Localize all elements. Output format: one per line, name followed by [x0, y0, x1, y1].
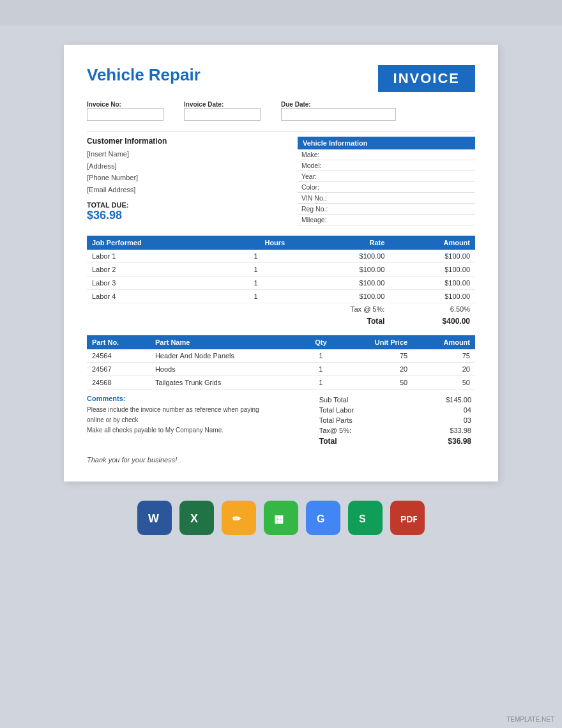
jobs-tax-value: 6.50%: [390, 303, 475, 315]
job-row: Labor 2 1 $100.00 $100.00: [87, 263, 475, 277]
jobs-col-rate: Rate: [290, 236, 390, 250]
customer-name: [Insert Name]: [87, 148, 282, 160]
part-name: Tailgates Trunk Grids: [150, 376, 302, 390]
doc-title: Vehicle Repair: [87, 65, 201, 85]
svg-text:S: S: [359, 513, 366, 524]
vehicle-field-value[interactable]: [336, 149, 475, 160]
part-name: Hoods: [150, 363, 302, 376]
jobs-col-amount: Amount: [390, 236, 475, 250]
part-name: Header And Node Panels: [150, 349, 302, 363]
summary-col: Sub Total $145.00 Total Labor 04 Total P…: [315, 395, 475, 447]
vehicle-row: VIN No.:: [298, 193, 475, 204]
invoice-date-group: Invoice Date:: [184, 101, 261, 121]
vehicle-field-label: Color:: [298, 182, 336, 193]
job-hours: 1: [222, 290, 291, 303]
total-labor-label: Total Labor: [315, 405, 406, 415]
part-unit-price: 75: [340, 349, 413, 363]
summary-tax-label: Tax@ 5%:: [315, 425, 406, 436]
vehicle-info-col: Vehicle Information Make:Model:Year:Colo…: [298, 137, 475, 225]
comments-text: Please include the invoice number as ref…: [87, 405, 300, 436]
vehicle-row: Color:: [298, 182, 475, 193]
vehicle-field-label: Model:: [298, 160, 336, 171]
total-due-label: TOTAL DUE:: [87, 201, 282, 209]
svg-text:W: W: [148, 512, 159, 525]
vehicle-field-value[interactable]: [336, 182, 475, 193]
sub-total-value: $145.00: [405, 395, 475, 405]
job-rate: $100.00: [290, 263, 390, 277]
vehicle-field-label: Reg No.:: [298, 204, 336, 215]
customer-heading: Customer Information: [87, 137, 282, 146]
vehicle-field-label: Year:: [298, 171, 336, 182]
jobs-tax-label: Tax @ 5%:: [290, 303, 390, 315]
job-hours: 1: [222, 250, 291, 263]
job-rate: $100.00: [290, 250, 390, 263]
comment-line: Make all checks payable to My Company Na…: [87, 425, 300, 436]
job-amount: $100.00: [390, 250, 475, 263]
vehicle-heading: Vehicle Information: [298, 137, 475, 149]
jobs-total-label: Total: [290, 315, 390, 328]
vehicle-row: Model:: [298, 160, 475, 171]
parts-col-partname: Part Name: [150, 335, 302, 349]
vehicle-field-value[interactable]: [336, 215, 475, 225]
invoice-badge: INVOICE: [378, 65, 475, 92]
part-row: 24568 Tailgates Trunk Grids 1 50 50: [87, 376, 475, 390]
vehicle-field-value[interactable]: [336, 171, 475, 182]
excel-icon[interactable]: X: [179, 501, 214, 535]
job-name: Labor 3: [87, 277, 222, 290]
vehicle-row: Make:: [298, 149, 475, 160]
meta-row: Invoice No: Invoice Date: Due Date:: [87, 101, 475, 121]
vehicle-field-value[interactable]: [336, 160, 475, 171]
doc-header: Vehicle Repair INVOICE: [87, 65, 475, 92]
part-no: 24567: [87, 363, 150, 376]
invoice-date-field[interactable]: [184, 108, 261, 121]
due-date-field[interactable]: [281, 108, 396, 121]
comment-line: online or by check: [87, 415, 300, 425]
page-wrapper: Vehicle Repair INVOICE Invoice No: Invoi…: [0, 26, 562, 728]
due-date-group: Due Date:: [281, 101, 396, 121]
vehicle-field-value[interactable]: [336, 193, 475, 204]
customer-email: [Email Address]: [87, 184, 282, 196]
vehicle-row: Reg No.:: [298, 204, 475, 215]
job-row: Labor 1 1 $100.00 $100.00: [87, 250, 475, 263]
vehicle-row: Mileage:: [298, 215, 475, 225]
comment-line: Please include the invoice number as ref…: [87, 405, 300, 415]
summary-table: Sub Total $145.00 Total Labor 04 Total P…: [315, 395, 475, 447]
invoice-document: Vehicle Repair INVOICE Invoice No: Invoi…: [64, 45, 498, 482]
part-unit-price: 20: [340, 363, 413, 376]
vehicle-field-label: VIN No.:: [298, 193, 336, 204]
thank-you: Thank you for your business!: [87, 456, 475, 464]
summary-total-value: $36.98: [405, 436, 475, 447]
customer-info-col: Customer Information [Insert Name] [Addr…: [87, 137, 282, 225]
customer-address: [Address]: [87, 160, 282, 172]
vehicle-row: Year:: [298, 171, 475, 182]
numbers-icon[interactable]: ▦: [264, 501, 298, 535]
svg-text:✏: ✏: [232, 513, 242, 524]
vehicle-field-value[interactable]: [336, 204, 475, 215]
job-name: Labor 2: [87, 263, 222, 277]
svg-text:G: G: [317, 513, 324, 524]
word-icon[interactable]: W: [137, 501, 172, 535]
job-amount: $100.00: [390, 290, 475, 303]
app-icons-bar: W X ✏ ▦ G: [137, 501, 425, 535]
gdocs-icon[interactable]: G: [306, 501, 340, 535]
invoice-date-label: Invoice Date:: [184, 101, 261, 108]
info-section: Customer Information [Insert Name] [Addr…: [87, 137, 475, 225]
gsheets-icon[interactable]: S: [348, 501, 383, 535]
job-row: Labor 3 1 $100.00 $100.00: [87, 277, 475, 290]
job-name: Labor 4: [87, 290, 222, 303]
invoice-no-field[interactable]: [87, 108, 163, 121]
customer-phone: [Phone Number]: [87, 172, 282, 184]
part-amount: 75: [413, 349, 475, 363]
job-name: Labor 1: [87, 250, 222, 263]
part-qty: 1: [302, 376, 339, 390]
job-rate: $100.00: [290, 290, 390, 303]
parts-col-unit: Unit Price: [340, 335, 413, 349]
job-hours: 1: [222, 263, 291, 277]
pages-icon[interactable]: ✏: [222, 501, 256, 535]
parts-col-amount: Amount: [413, 335, 475, 349]
part-qty: 1: [302, 349, 339, 363]
pdf-icon[interactable]: PDF: [390, 501, 425, 535]
job-rate: $100.00: [290, 277, 390, 290]
part-row: 24564 Header And Node Panels 1 75 75: [87, 349, 475, 363]
jobs-table: Job Performed Hours Rate Amount Labor 1 …: [87, 236, 475, 328]
